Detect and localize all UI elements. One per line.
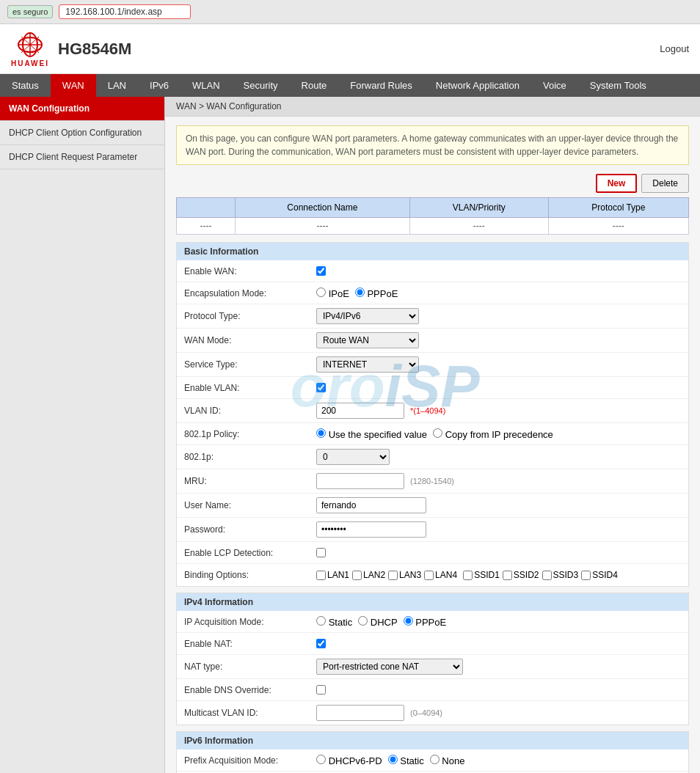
nav-item-network-application[interactable]: Network Application — [424, 74, 531, 97]
nav-item-voice[interactable]: Voice — [531, 74, 578, 97]
brand-label: HUAWEI — [11, 59, 49, 67]
table-section: New Delete Connection Name VLAN/Priority… — [176, 174, 689, 235]
enable-vlan-label: Enable VLAN: — [184, 383, 316, 393]
enable-nat-checkbox[interactable] — [316, 639, 326, 648]
pppoe-label: PPPoE — [355, 287, 398, 299]
ssid1-checkbox[interactable] — [463, 571, 473, 580]
pppoe-radio[interactable] — [355, 287, 365, 297]
enable-dns-checkbox[interactable] — [316, 685, 326, 695]
cell-placeholder-1: ---- — [236, 218, 410, 235]
pref-none-radio[interactable] — [430, 755, 440, 764]
ssid4-checkbox[interactable] — [581, 571, 591, 580]
prefix-acq-mode-row: Prefix Acquisition Mode: DHCPv6-PD Stati… — [177, 750, 688, 772]
8021p-value-control: 0 — [316, 449, 390, 465]
vlan-id-input[interactable] — [316, 403, 404, 419]
ipv4-acq-mode-control: Static DHCP PPPoE — [316, 616, 446, 628]
ssid3-checkbox[interactable] — [542, 571, 552, 580]
nav-item-system-tools[interactable]: System Tools — [578, 74, 658, 97]
service-type-control: INTERNET — [316, 356, 419, 373]
service-type-label: Service Type: — [184, 359, 316, 370]
wan-mode-row: WAN Mode: Route WAN — [177, 329, 688, 353]
wan-mode-label: WAN Mode: — [184, 335, 316, 345]
enable-wan-checkbox[interactable] — [316, 266, 326, 276]
lan2-checkbox[interactable] — [352, 571, 362, 580]
col-vlan-priority: VLAN/Priority — [409, 198, 548, 218]
binding-options-label: Binding Options: — [184, 570, 316, 580]
mru-row: MRU: (1280-1540) — [177, 469, 688, 494]
wan-mode-select[interactable]: Route WAN — [316, 332, 419, 348]
nav-item-security[interactable]: Security — [232, 74, 290, 97]
service-type-select[interactable]: INTERNET — [316, 356, 419, 373]
pref-none-label: None — [430, 755, 465, 766]
protocol-type-label: Protocol Type: — [184, 311, 316, 321]
info-box: On this page, you can configure WAN port… — [176, 125, 689, 165]
ipv4-multicast-hint: (0–4094) — [410, 708, 442, 717]
lan3-checkbox[interactable] — [388, 571, 398, 580]
wan-mode-control: Route WAN — [316, 332, 419, 348]
ssid4-label: SSID4 — [581, 570, 618, 581]
nav-bar: Status WAN LAN IPv6 WLAN Security Route … — [0, 74, 700, 97]
nav-item-wan[interactable]: WAN — [51, 74, 96, 97]
password-input[interactable] — [316, 521, 426, 538]
sidebar-item-wan-config[interactable]: WAN Configuration — [0, 97, 164, 121]
main-layout: WAN Configuration DHCP Client Option Con… — [0, 97, 700, 773]
prefix-acq-mode-label: Prefix Acquisition Mode: — [184, 755, 316, 766]
enable-wan-label: Enable WAN: — [184, 266, 316, 276]
sidebar: WAN Configuration DHCP Client Option Con… — [0, 97, 165, 773]
vlan-id-hint: *(1–4094) — [410, 406, 445, 415]
enable-dns-control — [316, 685, 326, 695]
binding-grid: LAN1 LAN2 LAN3 LAN4 SSID1 SSID2 SSID3 SS… — [316, 570, 618, 581]
ipv4-static-radio[interactable] — [316, 616, 326, 626]
enable-vlan-checkbox[interactable] — [316, 383, 326, 392]
ipv6-info-section: IPv6 Information Prefix Acquisition Mode… — [176, 731, 689, 773]
lan4-checkbox[interactable] — [424, 571, 434, 580]
sidebar-item-dhcp-request[interactable]: DHCP Client Request Parameter — [0, 145, 164, 169]
nat-type-select[interactable]: Port-restricted cone NAT — [316, 659, 463, 675]
sidebar-item-dhcp-option[interactable]: DHCP Client Option Configuration — [0, 121, 164, 145]
enable-lcp-label: Enable LCP Detection: — [184, 548, 316, 558]
pref-dhcpv6pd-radio[interactable] — [316, 755, 326, 764]
mru-control: (1280-1540) — [316, 473, 454, 489]
enable-nat-control — [316, 639, 326, 648]
policy-specified-label: Use the specified value — [316, 428, 427, 440]
lan4-label: LAN4 — [424, 570, 457, 581]
enable-vlan-control — [316, 383, 326, 392]
nav-item-route[interactable]: Route — [290, 74, 339, 97]
lan3-label: LAN3 — [388, 570, 421, 581]
nav-item-wlan[interactable]: WLAN — [181, 74, 232, 97]
ipv4-pppoe-radio[interactable] — [404, 616, 413, 626]
protocol-type-select[interactable]: IPv4/IPv6 — [316, 308, 419, 324]
pref-static-radio[interactable] — [388, 755, 398, 764]
new-button[interactable]: New — [596, 174, 638, 193]
ipoe-radio[interactable] — [316, 287, 326, 297]
encapsulation-label: Encapsulation Mode: — [184, 288, 316, 298]
nav-item-status[interactable]: Status — [0, 74, 51, 97]
ipv4-dhcp-radio[interactable] — [358, 616, 368, 626]
logo-area: HUAWEI — [11, 30, 49, 67]
enable-lcp-checkbox[interactable] — [316, 548, 326, 557]
username-input[interactable] — [316, 497, 426, 513]
ipv4-multicast-input[interactable] — [316, 705, 404, 721]
mru-input[interactable] — [316, 473, 404, 489]
service-type-row: Service Type: INTERNET — [177, 353, 688, 377]
browser-bar: es seguro 192.168.100.1/index.asp — [0, 0, 700, 24]
protocol-type-row: Protocol Type: IPv4/IPv6 — [177, 304, 688, 329]
address-bar[interactable]: 192.168.100.1/index.asp — [59, 4, 191, 19]
delete-button[interactable]: Delete — [641, 174, 689, 193]
nav-item-ipv6[interactable]: IPv6 — [138, 74, 181, 97]
enable-wan-control — [316, 266, 326, 276]
content-area: WAN > WAN Configuration On this page, yo… — [165, 97, 700, 773]
lan1-checkbox[interactable] — [316, 571, 326, 580]
logout-button[interactable]: Logout — [660, 43, 689, 54]
policy-8021p-row: 802.1p Policy: Use the specified value C… — [177, 423, 688, 445]
enable-dns-row: Enable DNS Override: — [177, 679, 688, 701]
policy-copy-radio[interactable] — [433, 428, 442, 438]
ipv4-info-section: IPv4 Information IP Acquisition Mode: St… — [176, 593, 689, 725]
nav-item-lan[interactable]: LAN — [96, 74, 138, 97]
8021p-select[interactable]: 0 — [316, 449, 390, 465]
nav-item-forward-rules[interactable]: Forward Rules — [338, 74, 424, 97]
ipv4-acq-mode-label: IP Acquisition Mode: — [184, 617, 316, 627]
password-control — [316, 521, 426, 538]
policy-specified-radio[interactable] — [316, 428, 326, 438]
ssid2-checkbox[interactable] — [503, 571, 512, 580]
